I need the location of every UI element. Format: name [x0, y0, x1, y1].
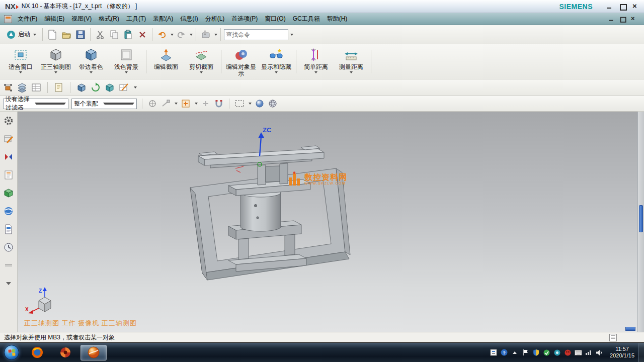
menu-assembly[interactable]: 装配(A) [149, 13, 177, 25]
point-dropdown[interactable] [195, 103, 198, 105]
taskbar-app2-button[interactable] [52, 345, 78, 360]
undo-button[interactable] [155, 28, 169, 42]
keyboard-tray-icon[interactable] [575, 349, 582, 356]
start-menu-button[interactable]: 启动 [3, 28, 39, 42]
search-dropdown[interactable] [290, 34, 293, 36]
light-background-button[interactable]: 浅色背景 [109, 44, 144, 79]
orientation-triad[interactable]: Z X [25, 286, 60, 318]
show-desktop-button[interactable] [638, 343, 644, 362]
taskbar-clock[interactable]: 11:57 2020/1/15 [606, 346, 638, 359]
tray-help-icon[interactable]: ? [501, 349, 508, 356]
new-button[interactable] [46, 28, 59, 42]
shaded-sphere-button[interactable] [255, 99, 265, 109]
move-component-button[interactable] [76, 82, 87, 93]
paste-button[interactable] [122, 28, 135, 42]
menu-tools[interactable]: 工具(T) [123, 13, 149, 25]
copy-button[interactable] [108, 28, 121, 42]
volume-tray-icon[interactable] [596, 349, 603, 356]
action-center-flag-icon[interactable] [522, 349, 529, 356]
fit-window-button[interactable]: 适合窗口 [3, 44, 38, 79]
edit-object-display-button[interactable]: 编辑对象显示 [223, 44, 259, 79]
selection-filter-combo[interactable]: 没有选择过滤器 [3, 99, 68, 109]
assembly-constraints-button[interactable] [3, 82, 13, 93]
touch-dropdown[interactable] [214, 34, 217, 36]
redo-button[interactable] [175, 28, 188, 42]
vertical-scroll-thumb[interactable] [639, 205, 643, 232]
sketch-button[interactable] [119, 82, 129, 93]
start-orb[interactable] [4, 345, 19, 360]
snap-dropdown[interactable] [175, 103, 178, 105]
maximize-button[interactable] [619, 4, 626, 10]
snap-mid-button[interactable] [201, 99, 211, 109]
datum-button[interactable] [105, 82, 115, 93]
network-tray-icon[interactable] [585, 349, 592, 356]
edit-section-button[interactable]: 编辑截面 [148, 44, 184, 79]
constraint-navigator-icon[interactable] [4, 152, 14, 162]
save-button[interactable] [74, 28, 87, 42]
horizontal-scroll-thumb[interactable] [625, 327, 635, 331]
redo-dropdown[interactable] [190, 34, 193, 36]
annotation-button[interactable] [54, 82, 64, 93]
status-grid-icon[interactable] [609, 334, 617, 341]
cut-button[interactable] [94, 28, 107, 42]
menu-format[interactable]: 格式(R) [95, 13, 123, 25]
menu-edit[interactable]: 编辑(E) [41, 13, 68, 25]
doc-close-button[interactable] [630, 16, 636, 21]
measure-distance-button[interactable]: 测量距离 [334, 44, 369, 79]
snap-end-button[interactable] [160, 99, 171, 109]
menu-window[interactable]: 窗口(O) [261, 13, 289, 25]
show-hide-button[interactable]: 显示和隐藏 [259, 44, 294, 79]
snap-point-button[interactable] [147, 99, 157, 109]
menu-file[interactable]: 文件(F) [14, 13, 41, 25]
green-app-tray-icon[interactable] [543, 349, 550, 356]
dependencies-icon[interactable] [4, 170, 14, 180]
doc-minimize-button[interactable] [608, 16, 614, 21]
security-shield-icon[interactable] [532, 349, 539, 356]
internet-icon[interactable] [4, 206, 14, 216]
minimize-button[interactable] [606, 4, 613, 10]
select-mode-dropdown[interactable] [249, 103, 252, 105]
selection-scope-combo[interactable]: 整个装配 [71, 99, 137, 109]
delete-button[interactable] [136, 28, 149, 42]
menu-preferences[interactable]: 首选项(P) [228, 13, 261, 25]
undo-dropdown[interactable] [171, 34, 174, 36]
menu-gc-toolbox[interactable]: GC工具箱 [289, 13, 324, 25]
wireframe-sphere-button[interactable] [268, 99, 278, 109]
history-clock-icon[interactable] [4, 242, 14, 252]
graphics-viewport[interactable]: ZC 数控资料网 WWW.SKZLW.COM [18, 112, 637, 332]
clip-section-button[interactable]: 剪切截面 [184, 44, 219, 79]
isometric-view-button[interactable]: 正三轴测图 [38, 44, 73, 79]
show-hidden-icons-arrow[interactable] [511, 349, 518, 356]
roles-gear-icon[interactable] [4, 116, 14, 126]
point-dialog-button[interactable] [181, 99, 191, 109]
taskbar-firefox-button[interactable] [24, 345, 50, 360]
help-document-icon[interactable] [4, 224, 14, 234]
shaded-with-edges-button[interactable]: 带边着色 [73, 44, 109, 79]
snap-magnet-button[interactable] [214, 99, 224, 109]
simple-distance-button[interactable]: 简单距离 [298, 44, 334, 79]
open-button[interactable] [60, 28, 73, 42]
taskbar-nx-button[interactable] [80, 345, 107, 360]
close-button[interactable] [632, 4, 639, 10]
vertical-scrollbar[interactable] [637, 112, 644, 332]
sidebar-expand-chevron[interactable] [4, 279, 14, 289]
part-navigator-icon[interactable] [4, 134, 14, 144]
utility-dropdown[interactable] [134, 86, 137, 88]
menu-help[interactable]: 帮助(H) [324, 13, 351, 25]
menu-view[interactable]: 视图(V) [68, 13, 95, 25]
assembly-navigator-icon[interactable] [4, 188, 14, 198]
layer-settings-button[interactable] [17, 82, 27, 93]
menu-information[interactable]: 信息(I) [177, 13, 201, 25]
transform-button[interactable] [91, 82, 101, 93]
ime-icon[interactable] [490, 349, 497, 356]
red-app-tray-icon[interactable] [564, 349, 571, 356]
taskbar: ? 11:57 2020/1/15 [0, 342, 644, 362]
rectangle-select-button[interactable] [234, 99, 245, 109]
doc-restore-button[interactable] [619, 16, 625, 21]
menu-analysis[interactable]: 分析(L) [202, 13, 228, 25]
cad-model[interactable] [186, 144, 352, 295]
touch-mode-button[interactable] [199, 28, 212, 42]
sidebar-grip-icon[interactable] [4, 260, 14, 270]
teal-app-tray-icon[interactable] [553, 349, 560, 356]
view-sheet-button[interactable] [31, 82, 41, 93]
